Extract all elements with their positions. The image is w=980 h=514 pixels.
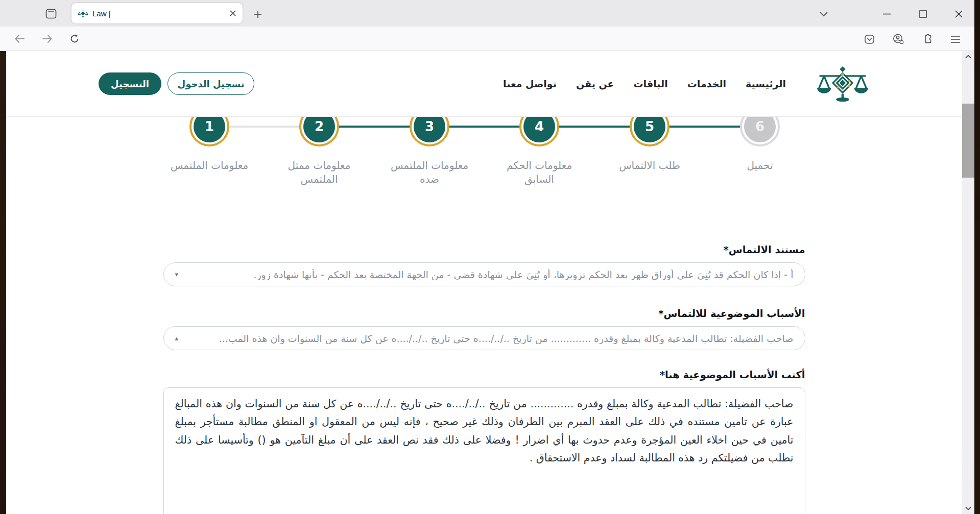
petition-form: مستند الالتماس* أ - إذا كان الحكم قد بُن…	[163, 244, 805, 514]
tab-overview-icon[interactable]	[44, 8, 58, 20]
nav-item-about[interactable]: عن يقن	[576, 78, 614, 89]
window-titlebar: Law |	[0, 0, 974, 27]
register-button[interactable]: التسجيل	[99, 72, 161, 95]
step-label-3: معلومات الملتمسضده	[378, 159, 481, 186]
objective-reasons-label: الأسباب الموضوعية للالتماس*	[163, 308, 805, 320]
form-stepper: 1 معلومات الملتمس 2 معلومات ممثلالملتمس …	[6, 117, 962, 193]
nav-item-packages[interactable]: الباقات	[634, 78, 668, 89]
pocket-icon[interactable]	[862, 33, 876, 46]
step-label-1: معلومات الملتمس	[158, 159, 260, 173]
reasons-textarea[interactable]: صاحب الفضيلة: تطالب المدعية وكالة بمبلغ …	[163, 387, 805, 514]
nav-item-services[interactable]: الخدمات	[687, 78, 726, 89]
close-window-button[interactable]	[950, 7, 967, 20]
reload-button[interactable]	[67, 32, 82, 45]
tab-title: Law |	[92, 9, 225, 18]
step-circle-1[interactable]: 1	[189, 117, 229, 146]
petition-document-value: أ - إذا كان الحكم قد بُنِيَ على أوراق ظه…	[185, 269, 793, 280]
browser-toolbar: yaqn.sa/demo/forms-category/petition-for…	[0, 27, 974, 51]
step-circle-4[interactable]: 4	[519, 117, 559, 146]
list-all-tabs-icon[interactable]	[816, 9, 831, 20]
site-logo[interactable]	[816, 64, 870, 103]
step-label-5: طلب الالتماس	[599, 159, 701, 173]
step-circle-6[interactable]: 6	[740, 117, 780, 146]
site-header: الرئيسية الخدمات الباقات عن يقن تواصل مع…	[6, 51, 962, 117]
menu-hamburger-icon[interactable]	[948, 33, 963, 45]
scroll-down-icon[interactable]	[962, 503, 974, 514]
step-label-4: معلومات الحكمالسابق	[488, 159, 590, 186]
chevron-down-icon: ▾	[175, 271, 179, 278]
minimize-button[interactable]	[878, 7, 895, 20]
browser-tab[interactable]: Law |	[71, 3, 243, 23]
forward-button[interactable]	[40, 32, 54, 45]
objective-reasons-value: صاحب الفضيلة: تطالب المدعية وكالة بمبلغ …	[185, 333, 793, 344]
objective-reasons-select[interactable]: صاحب الفضيلة: تطالب المدعية وكالة بمبلغ …	[163, 326, 805, 350]
account-icon[interactable]	[891, 32, 906, 46]
write-reasons-label: أكتب الأسباب الموضوعية هنا*	[163, 369, 805, 381]
tab-close-icon[interactable]	[229, 10, 236, 17]
page-scrollbar[interactable]	[962, 51, 974, 514]
step-circle-3[interactable]: 3	[410, 117, 449, 146]
chevron-up-icon: ▴	[175, 334, 179, 342]
step-circle-2[interactable]: 2	[299, 117, 339, 146]
petition-document-label: مستند الالتماس*	[163, 244, 805, 256]
nav-item-home[interactable]: الرئيسية	[746, 78, 786, 89]
site-favicon	[78, 8, 88, 19]
step-label-6: تحميل	[709, 159, 811, 173]
page-viewport: الرئيسية الخدمات الباقات عن يقن تواصل مع…	[0, 51, 980, 514]
petition-document-select[interactable]: أ - إذا كان الحكم قد بُنِيَ على أوراق ظه…	[163, 262, 805, 286]
scroll-up-icon[interactable]	[962, 51, 974, 62]
new-tab-button[interactable]	[251, 8, 265, 20]
scrollbar-thumb[interactable]	[962, 104, 974, 178]
web-page: الرئيسية الخدمات الباقات عن يقن تواصل مع…	[6, 51, 962, 514]
step-circle-5[interactable]: 5	[630, 117, 670, 146]
desktop: Law |	[0, 0, 980, 514]
login-button[interactable]: تسجيل الدخول	[168, 72, 254, 95]
step-label-2: معلومات ممثلالملتمس	[268, 159, 370, 186]
extensions-icon[interactable]	[920, 32, 934, 46]
nav-item-contact[interactable]: تواصل معنا	[503, 78, 557, 89]
maximize-button[interactable]	[915, 7, 931, 20]
main-nav: الرئيسية الخدمات الباقات عن يقن تواصل مع…	[503, 78, 786, 89]
back-button[interactable]	[12, 32, 27, 45]
